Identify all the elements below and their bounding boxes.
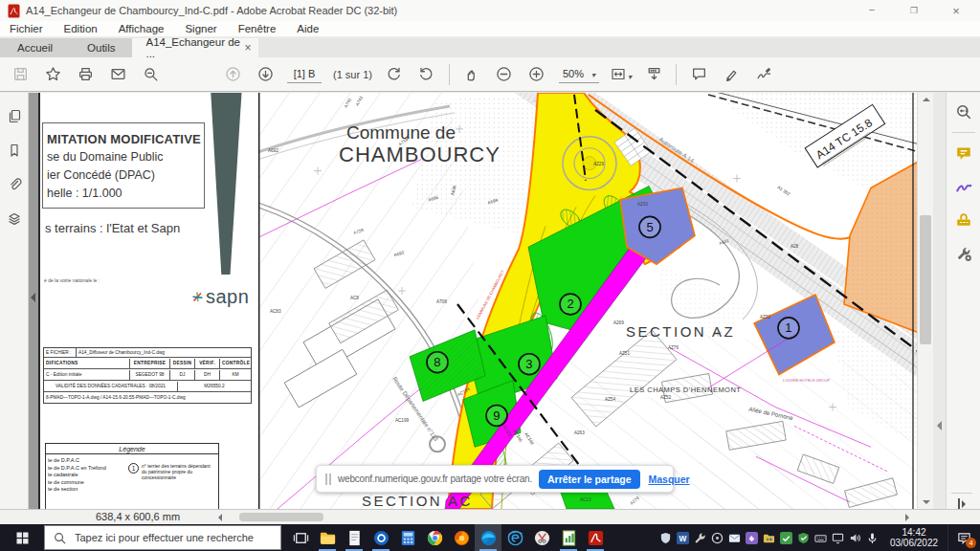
stamp-tool-button[interactable] [954,210,973,230]
stop-sharing-button[interactable]: Arrêter le partage [539,470,640,489]
legend-items: te de D.P.A.C te de D.P.A.C en Tréfond t… [48,457,128,494]
previous-page-button[interactable] [222,63,243,86]
highlight-button[interactable] [721,63,742,86]
menu-affichage[interactable]: Affichage [119,23,165,34]
more-tools-button[interactable] [954,244,973,263]
menu-fichier[interactable]: Fichier [10,23,43,34]
hand-tool-button[interactable] [461,63,482,86]
volume-tray-icon[interactable] [846,524,863,551]
svg-text:LOUVRE HOTELS GROUP: LOUVRE HOTELS GROUP [783,378,831,383]
title-block-column: MITATION MODIFICATIVE se du Domaine Publ… [40,93,258,509]
attachments-button[interactable] [5,175,24,194]
scroll-up-icon[interactable] [923,98,930,101]
expand-panel-icon[interactable] [958,498,966,509]
previous-page-icon [225,66,241,82]
collapse-panel-icon[interactable] [31,293,35,302]
zoom-out-button[interactable] [494,63,515,86]
rotate-cw-button[interactable] [384,63,405,86]
purple-app-tray-icon[interactable] [743,524,760,551]
hide-tools-panel-icon[interactable] [937,421,942,430]
menu-aide[interactable]: Aide [297,23,319,34]
layers-button[interactable] [5,209,24,229]
email-button[interactable] [107,63,128,86]
edge-taskbar-button[interactable] [475,524,501,551]
close-button[interactable] [949,4,963,18]
shared-folder-tray-icon[interactable] [760,524,777,551]
security-tray-icon[interactable] [794,524,812,551]
table-cell: KM [220,370,251,380]
fit-width-button[interactable] [611,63,632,86]
table-cell: DJ [170,370,195,380]
calculator-taskbar-button[interactable] [394,524,421,551]
search-button[interactable] [954,102,973,121]
notification-center-button[interactable]: 4 [947,524,980,551]
table-header: VÉRIF. [195,359,220,368]
legend-number-symbol: 1 [128,463,139,474]
hide-share-bar-link[interactable]: Masquer [649,474,690,485]
legend-title: Légende [46,444,218,454]
snipping-tool-taskbar-button[interactable] [528,524,555,551]
horizontal-scrollbar-thumb[interactable] [239,513,323,521]
star-button[interactable] [42,63,63,86]
page-thumbnails-button[interactable] [5,106,24,125]
libreoffice-calc-taskbar-button[interactable] [555,524,582,551]
tab-accueil[interactable]: Accueil [0,38,70,57]
svg-text:AZ32: AZ32 [760,315,770,320]
tab-document-label: A14_Echangeur de ... [145,36,244,59]
document-taskbar-button[interactable] [341,524,368,551]
print-button[interactable] [75,63,96,86]
fill-sign-button[interactable] [753,63,774,86]
firefox-taskbar-button[interactable] [448,524,475,551]
tab-outils[interactable]: Outils [70,38,132,57]
keyboard-tray-icon[interactable] [812,524,829,551]
next-page-button[interactable] [255,63,276,86]
star-icon [45,66,61,82]
scroll-left-icon[interactable] [218,514,222,521]
outlook-taskbar-button[interactable] [368,524,394,551]
microphone-tray-icon[interactable] [863,524,880,551]
mail-tray-icon[interactable] [725,524,743,551]
restore-button[interactable] [907,4,921,18]
svg-text:W: W [679,533,686,542]
scroll-down-icon[interactable] [923,500,930,504]
scroll-right-icon[interactable] [905,514,909,521]
page-number-field[interactable]: [1] B [287,65,322,83]
comment-button[interactable] [688,63,709,86]
tab-document[interactable]: A14_Echangeur de ... [132,38,258,57]
find-button[interactable] [140,63,161,86]
display-tray-icon[interactable] [829,524,846,551]
vertical-scrollbar[interactable] [917,93,933,509]
taskbar-search-input[interactable]: Tapez ici pour effectuer une recherche [44,525,281,550]
comment-tool-icon [955,144,972,162]
table-cell: SEGEDOT 98 [130,370,170,380]
zoom-in-button[interactable] [526,63,547,86]
shield-tray-icon[interactable] [657,524,674,551]
menu-fenetre[interactable]: Fenêtre [238,23,277,34]
chrome-taskbar-button[interactable] [421,524,448,551]
task-view-icon [292,529,310,547]
disc-tray-icon[interactable] [708,524,725,551]
fill-sign-tool-button[interactable] [954,177,973,196]
rotate-ccw-button[interactable] [416,63,437,86]
word-tray-icon[interactable]: W [674,524,691,551]
menu-signer[interactable]: Signer [185,23,216,34]
page-display-button[interactable] [643,63,664,86]
wrench-tray-icon[interactable] [691,524,708,551]
taskbar-clock[interactable]: 14:42 03/06/2022 [883,527,945,549]
menu-edition[interactable]: Edition [64,23,98,34]
tab-close-icon[interactable] [244,41,251,55]
comment-tool-button[interactable] [954,143,973,163]
green-app-tray-icon[interactable] [777,524,794,551]
minimize-button[interactable] [865,4,879,18]
vertical-scrollbar-thumb[interactable] [920,215,931,344]
acrobat-taskbar-button[interactable] [582,524,609,551]
internet-explorer-taskbar-button[interactable] [501,524,528,551]
drag-handle-icon[interactable] [325,474,331,485]
chevron-down-icon[interactable] [591,68,595,79]
start-button[interactable] [0,524,44,551]
task-view-taskbar-button[interactable] [287,524,314,551]
save-button[interactable] [10,63,31,86]
explorer-taskbar-button[interactable] [314,524,341,551]
zoom-level-field[interactable]: 50% [559,65,599,83]
bookmarks-button[interactable] [5,141,24,160]
